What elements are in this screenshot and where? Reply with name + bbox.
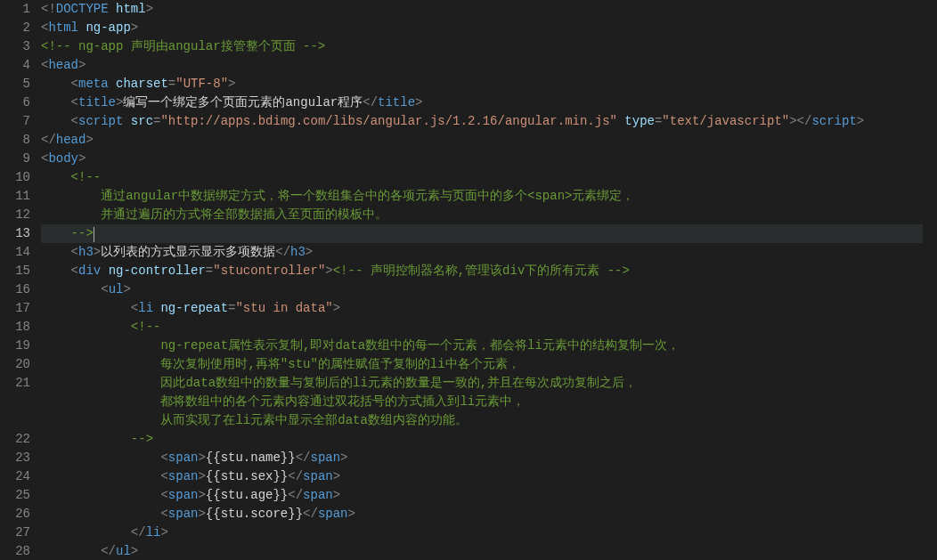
token: >: [415, 95, 422, 110]
code-line[interactable]: <meta charset="UTF-8">: [41, 75, 923, 93]
code-line[interactable]: <body>: [41, 150, 923, 168]
line-number: 21: [0, 374, 30, 393]
token: span: [303, 469, 333, 483]
token: 并通过遍历的方式将全部数据插入至页面的模板中。: [101, 207, 387, 222]
code-line[interactable]: </li>: [41, 523, 923, 542]
token: >: [131, 20, 138, 35]
code-line[interactable]: </ul>: [41, 542, 923, 560]
code-line[interactable]: 通过angular中数据绑定方式，将一个数组集合中的各项元素与页面中的多个<sp…: [41, 187, 923, 206]
code-line[interactable]: 因此data数组中的数量与复制后的li元素的数量是一致的,并且在每次成功复制之后…: [41, 374, 923, 393]
token: span: [168, 488, 199, 502]
code-line[interactable]: 每次复制使用时,再将"stu"的属性赋值予复制的li中各个元素，: [41, 355, 923, 374]
line-number: 23: [0, 449, 30, 467]
token: >: [333, 301, 340, 315]
token: head: [56, 133, 86, 147]
token: h3: [78, 245, 94, 259]
code-line[interactable]: 从而实现了在li元素中显示全部data数组内容的功能。: [41, 411, 923, 430]
token: li: [146, 525, 161, 540]
token: -->: [131, 432, 153, 446]
token: title: [78, 95, 116, 110]
token: >: [86, 133, 93, 147]
token: charset: [109, 77, 168, 91]
token: >: [146, 2, 153, 16]
code-line[interactable]: <!DOCTYPE html>: [41, 0, 923, 19]
line-number: 11: [0, 187, 30, 206]
token: {{stu.name}}: [206, 450, 296, 465]
token: ng-repeat: [153, 301, 228, 315]
code-line[interactable]: 并通过遍历的方式将全部数据插入至页面的模板中。: [41, 206, 923, 224]
token: span: [310, 450, 340, 465]
code-line[interactable]: 都将数组中的各个元素内容通过双花括号的方式插入到li元素中，: [41, 393, 923, 411]
token: ul: [109, 282, 124, 296]
code-area[interactable]: <!DOCTYPE html><html ng-app><!-- ng-app …: [41, 0, 937, 560]
line-number: 9: [0, 150, 30, 168]
token: {{stu.sex}}: [206, 469, 288, 483]
token: <!-- ng-app 声明由angular接管整个页面 -->: [41, 39, 325, 53]
token: h3: [290, 245, 306, 259]
line-number: [0, 393, 30, 411]
line-number: 4: [0, 56, 30, 75]
code-line[interactable]: <!-- ng-app 声明由angular接管整个页面 -->: [41, 37, 923, 56]
line-number: 7: [0, 112, 30, 131]
token: {{stu.score}}: [206, 507, 303, 521]
token: <: [71, 264, 78, 278]
token: span: [168, 469, 199, 483]
code-line[interactable]: <li ng-repeat="stu in data">: [41, 299, 923, 318]
token: "text/javascript": [662, 114, 789, 128]
line-number: 20: [0, 355, 30, 374]
token: >: [78, 58, 86, 72]
token: li: [138, 301, 153, 315]
code-line[interactable]: <span>{{stu.score}}</span>: [41, 505, 923, 523]
token: >: [198, 488, 205, 502]
token: >: [857, 114, 864, 128]
token: </: [288, 469, 303, 483]
token: 因此data数组中的数量与复制后的li元素的数量是一致的,并且在每次成功复制之后…: [160, 376, 637, 390]
code-line[interactable]: <!--: [41, 318, 923, 337]
token: 都将数组中的各个元素内容通过双花括号的方式插入到li元素中，: [160, 394, 525, 409]
token: 以列表的方式显示显示多项数据: [101, 245, 275, 259]
token: meta: [78, 77, 109, 91]
code-line[interactable]: <html ng-app>: [41, 19, 923, 37]
line-number: 8: [0, 131, 30, 150]
code-line[interactable]: <head>: [41, 56, 923, 75]
code-line[interactable]: <div ng-controller="stucontroller"><!-- …: [41, 262, 923, 280]
token: <: [160, 488, 167, 502]
token: >: [94, 245, 101, 259]
token: </: [101, 544, 116, 558]
token: ng-controller: [101, 264, 206, 278]
code-line[interactable]: <script src="http://apps.bdimg.com/libs/…: [41, 112, 923, 131]
token: </: [275, 245, 290, 259]
code-line[interactable]: <!--: [41, 168, 923, 187]
token: <!: [41, 2, 56, 16]
token: <: [160, 469, 167, 483]
code-line[interactable]: </head>: [41, 131, 923, 150]
line-number: 5: [0, 75, 30, 93]
token: span: [168, 507, 199, 521]
token: {{stu.age}}: [206, 488, 288, 502]
code-line[interactable]: <span>{{stu.sex}}</span>: [41, 467, 923, 486]
token: =: [168, 77, 175, 91]
code-line[interactable]: -->: [41, 224, 923, 243]
code-editor[interactable]: 1234567891011121314151617181920212223242…: [0, 0, 937, 560]
code-line[interactable]: <title>编写一个绑定多个页面元素的angular程序</title>: [41, 93, 923, 112]
token: <: [131, 301, 138, 315]
token: >: [131, 544, 138, 558]
code-line[interactable]: -->: [41, 430, 923, 449]
line-number: 1: [0, 0, 30, 19]
code-line[interactable]: <h3>以列表的方式显示显示多项数据</h3>: [41, 243, 923, 262]
code-line[interactable]: <span>{{stu.age}}</span>: [41, 486, 923, 505]
token: <!--: [131, 320, 161, 334]
token: span: [168, 450, 199, 465]
line-number: 2: [0, 19, 30, 37]
code-line[interactable]: ng-repeat属性表示复制,即对data数组中的每一个元素，都会将li元素中…: [41, 337, 923, 355]
token: head: [48, 58, 78, 72]
token: ></: [789, 114, 811, 128]
line-number: 18: [0, 318, 30, 337]
token: </: [363, 95, 378, 110]
line-number: 3: [0, 37, 30, 56]
line-number: 14: [0, 243, 30, 262]
token: ng-app: [78, 20, 131, 35]
token: 每次复制使用时,再将"stu"的属性赋值予复制的li中各个元素，: [160, 357, 519, 371]
code-line[interactable]: <ul>: [41, 280, 923, 299]
code-line[interactable]: <span>{{stu.name}}</span>: [41, 449, 923, 467]
